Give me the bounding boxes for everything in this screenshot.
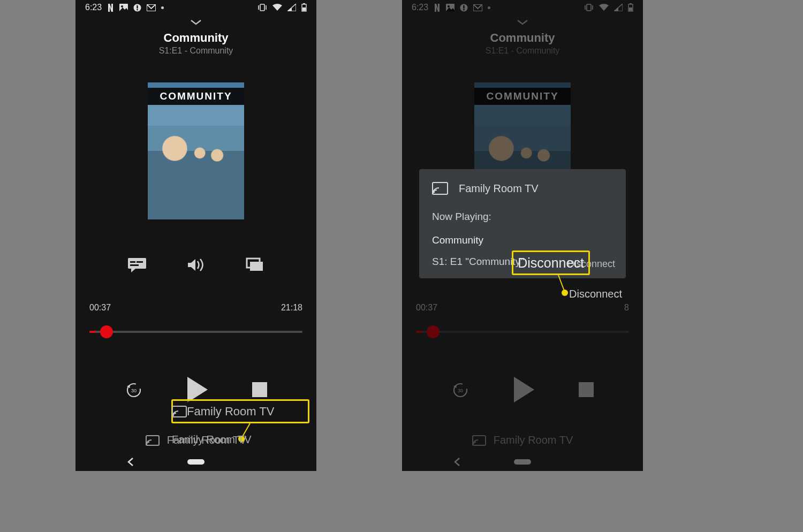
phone-screenshot-left: 6:23 Community S1:E1 - Community COMMUNI… [75, 0, 316, 471]
annotation-label: Family Room TV [172, 434, 252, 446]
annotation-callout: Disconnect Disconnect [402, 0, 643, 471]
annotation-box-label: Disconnect [518, 255, 584, 271]
annotation-box-label: Family Room TV [187, 405, 274, 419]
annotation-label: Disconnect [569, 288, 622, 300]
phone-screenshot-right: 6:23 Community S1:E1 - Community [402, 0, 643, 471]
annotation-callout: Family Room TV Family Room TV [75, 0, 316, 471]
svg-rect-19 [172, 406, 186, 417]
